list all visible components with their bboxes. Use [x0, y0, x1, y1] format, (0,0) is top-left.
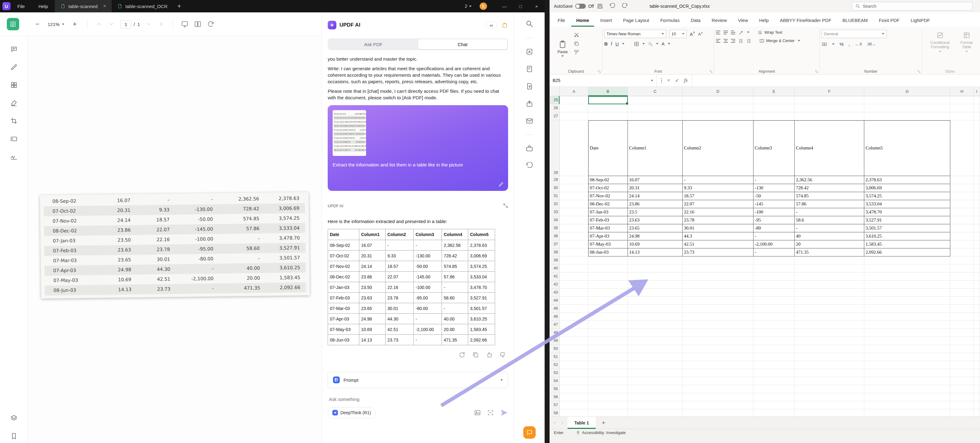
row-header-58[interactable]: 58 [550, 409, 560, 417]
cell-H31[interactable] [950, 192, 974, 200]
cell-D32[interactable]: 22.07 [682, 200, 754, 208]
cell-I29[interactable] [974, 176, 980, 184]
cell-I35[interactable] [974, 224, 980, 232]
cell-H49[interactable] [950, 337, 974, 345]
cell-B25[interactable] [588, 96, 628, 104]
cell-D26[interactable] [682, 104, 754, 112]
share-icon[interactable] [526, 100, 533, 107]
cell-B51[interactable] [588, 353, 628, 361]
tab-ask-pdf[interactable]: Ask PDF [329, 39, 418, 49]
cell-H43[interactable] [950, 289, 974, 297]
cell-G46[interactable] [864, 313, 950, 321]
cell-F26[interactable] [795, 104, 864, 112]
cell-F54[interactable] [795, 377, 864, 385]
menu-tab-foxit-pdf[interactable]: Foxit PDF [874, 14, 905, 27]
cell-D39[interactable] [682, 256, 754, 265]
more-options-icon[interactable] [661, 78, 662, 83]
cell-H45[interactable] [950, 305, 974, 313]
cell-F29[interactable]: 2,362.56 [795, 176, 864, 184]
cell-A41[interactable] [560, 273, 588, 281]
cell-G32[interactable]: 3,533.04 [864, 200, 950, 208]
cell-A51[interactable] [560, 353, 588, 361]
cell-G55[interactable] [864, 385, 950, 393]
cell-D57[interactable] [682, 401, 754, 409]
cell-E28[interactable]: Column3 [754, 120, 795, 176]
cell-G53[interactable] [864, 369, 950, 377]
cell-G51[interactable] [864, 353, 950, 361]
cell-F33[interactable]: - [795, 208, 864, 216]
cell-E26[interactable] [754, 104, 795, 112]
cell-I37[interactable] [974, 240, 980, 248]
cell-H36[interactable] [950, 232, 974, 240]
cell-I42[interactable] [974, 281, 980, 289]
cell-D27[interactable] [682, 112, 754, 120]
cell-E36[interactable]: - [754, 232, 795, 240]
cell-G33[interactable]: 3,478.70 [864, 208, 950, 216]
cell-C29[interactable]: 16.07 [628, 176, 682, 184]
cell-A29[interactable] [560, 176, 588, 184]
export-document-icon[interactable] [526, 83, 533, 90]
cell-I43[interactable] [974, 289, 980, 297]
cell-I54[interactable] [974, 377, 980, 385]
cell-I32[interactable] [974, 200, 980, 208]
cell-G41[interactable] [864, 273, 950, 281]
cell-H39[interactable] [950, 256, 974, 265]
cell-B58[interactable] [588, 409, 628, 417]
cell-E27[interactable] [754, 112, 795, 120]
cell-I48[interactable] [974, 329, 980, 337]
cell-E29[interactable]: - [754, 176, 795, 184]
cell-B52[interactable] [588, 361, 628, 369]
cell-A46[interactable] [560, 313, 588, 321]
cell-H41[interactable] [950, 273, 974, 281]
cell-H54[interactable] [950, 377, 974, 385]
cell-G39[interactable] [864, 256, 950, 265]
cell-A55[interactable] [560, 385, 588, 393]
row-header-34[interactable]: 34 [550, 216, 560, 224]
cell-C45[interactable] [628, 305, 682, 313]
font-size-dropdown[interactable]: 10 [669, 30, 687, 38]
font-color-button[interactable]: A [662, 42, 665, 46]
conditional-formatting-button[interactable]: Conditional Formatting [926, 30, 954, 67]
next-page-button[interactable] [108, 21, 115, 27]
cell-D41[interactable] [682, 273, 754, 281]
wrap-text-button[interactable]: Wrap Text [757, 30, 782, 35]
cell-D54[interactable] [682, 377, 754, 385]
cell-C28[interactable]: Column1 [628, 120, 682, 176]
cell-B46[interactable] [588, 313, 628, 321]
thumbs-up-icon[interactable] [486, 351, 493, 358]
cell-F55[interactable] [795, 385, 864, 393]
align-right-button[interactable] [731, 39, 735, 43]
cell-D29[interactable]: - [682, 176, 754, 184]
cell-C36[interactable]: 24.98 [628, 232, 682, 240]
autosave-toggle[interactable] [575, 4, 586, 9]
cell-H27[interactable] [950, 112, 974, 120]
cell-H30[interactable] [950, 184, 974, 192]
cell-C26[interactable] [628, 104, 682, 112]
font-name-dropdown[interactable]: Times New Roman [605, 30, 666, 38]
cell-H48[interactable] [950, 329, 974, 337]
cell-G30[interactable]: 3,006.69 [864, 184, 950, 192]
cell-D58[interactable] [682, 409, 754, 417]
cell-D47[interactable] [682, 321, 754, 329]
cell-H50[interactable] [950, 345, 974, 353]
cell-F58[interactable] [795, 409, 864, 417]
cell-I51[interactable] [974, 353, 980, 361]
cell-A44[interactable] [560, 297, 588, 305]
cell-G34[interactable]: 3,527.91 [864, 216, 950, 224]
thumbs-down-icon[interactable] [500, 351, 506, 358]
column-header-B[interactable]: B [588, 87, 628, 96]
cell-F37[interactable]: 20 [795, 240, 864, 248]
row-header-35[interactable]: 35 [550, 224, 560, 232]
page-layout-icon[interactable] [194, 21, 202, 28]
cell-D43[interactable] [682, 289, 754, 297]
cell-C46[interactable] [628, 313, 682, 321]
cut-button[interactable] [574, 32, 579, 38]
cell-D49[interactable] [682, 337, 754, 345]
edit-text-icon[interactable] [10, 64, 18, 71]
unlimited-usage-pill[interactable]: ∞ [485, 21, 497, 29]
cell-A54[interactable] [560, 377, 588, 385]
row-header-43[interactable]: 43 [550, 289, 560, 297]
cell-D50[interactable] [682, 345, 754, 353]
cell-C31[interactable]: 24.14 [628, 192, 682, 200]
cell-C55[interactable] [628, 385, 682, 393]
